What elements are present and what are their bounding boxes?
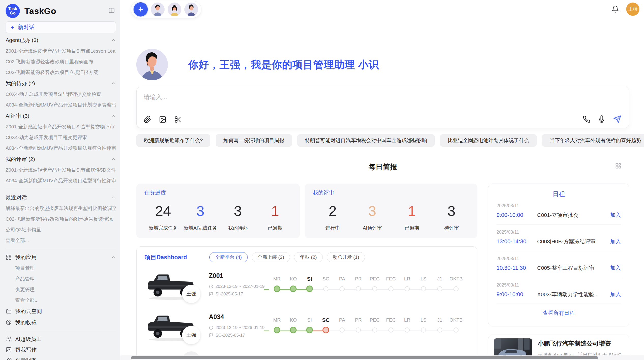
tool-help-me-write[interactable]: 帮我写作 [6, 344, 116, 355]
taskgo-logo: Task Go [6, 4, 20, 18]
recent-chat-item[interactable]: 公司Q3轻卡销量 [6, 224, 116, 235]
suggestion-chip[interactable]: 比亚迪全固态电池计划具体说了什么 [440, 134, 537, 147]
new-chat-label: 新对话 [18, 23, 35, 31]
milestone-dot [372, 286, 377, 291]
tool-label: 帮我写作 [15, 346, 37, 353]
project-dates: 2023-12-19 ~ 2027-01-19 [209, 284, 269, 289]
schedule-date: 2025/03/11 [496, 282, 621, 288]
topbar-right: 王强 [611, 3, 639, 16]
milestone-label: MR [269, 275, 285, 283]
tool-creative-drawing[interactable]: 创意制图 [6, 355, 116, 360]
milestone-track: MR KO SI SC PA PR PEC FEC LR LS J1 OKTB [269, 267, 464, 304]
view-all-schedule-link[interactable]: 查看所有日程 [496, 304, 621, 317]
sidebar-item[interactable]: A034-全新新能源MUV产品开发项目计划变更表编写 [6, 100, 116, 110]
card-title: 我的评审 [313, 189, 471, 196]
scrollbar-thumb[interactable] [131, 356, 598, 359]
sidebar-item[interactable]: Z001-全新燃油轻卡产品开发项目SI节点属性5D文件评审 [6, 165, 116, 175]
chevron-up-icon [111, 195, 116, 200]
project-dates: 2023-12-19 ~ 2026-01-19 [209, 325, 269, 330]
avatar[interactable] [168, 3, 181, 16]
recent-chat-item[interactable]: 解释最新出台的欧盟报废车法规再生塑料比例被调至15%... [6, 203, 116, 214]
join-link[interactable]: 加入 [610, 238, 621, 245]
project-row[interactable]: 王强 A034 2023-12-19 ~ 2026-01-19 SC-2025-… [137, 304, 477, 345]
avatar[interactable] [184, 3, 198, 16]
filter-new-platform[interactable]: 全新平台 (4) [209, 252, 248, 262]
suggestion-chip[interactable]: 欧洲新规最近颁布了什么? [136, 134, 210, 147]
sidebar-item[interactable]: C02-飞腾新能源轻客改款项目里程碑画布 [6, 56, 116, 67]
flag-icon [209, 292, 213, 296]
sidebar-item[interactable]: C02-飞腾新能源轻客改款项目立项汇报方案 [6, 67, 116, 78]
milestone-dot [274, 286, 280, 292]
section-header-my-todo[interactable]: 我的待办 (2) [6, 78, 116, 89]
project-row[interactable]: 王强 Z001 2023-12-19 ~ 2027-01-19 SI-2025-… [137, 262, 477, 304]
join-link[interactable]: 加入 [610, 212, 621, 219]
sidebar-item[interactable]: C0X4-动力总成开发项目SI里程碑提交物检查 [6, 89, 116, 100]
my-apps-row[interactable]: 我的应用 [6, 252, 116, 263]
chevron-up-icon [111, 255, 116, 260]
schedule-item: 2025/03/11 9:00-10:00 C001-立项审批会 加入 [496, 198, 621, 224]
filter-model-year[interactable]: 年型 (2) [294, 252, 323, 262]
feather-pen-icon [6, 357, 12, 360]
suggestion-chip[interactable]: 特朗普可能对进口汽车增税会对中国车企造成哪些影响 [297, 134, 435, 147]
my-favorites-row[interactable]: 我的收藏 [6, 317, 116, 328]
milestone-track: MR KO SI SC PA PR PEC FEC LR LS J1 OKTB [269, 309, 464, 345]
suggestion-chip[interactable]: 如何写一份清晰的项目周报 [216, 134, 292, 147]
milestone-dot [388, 327, 393, 333]
milestone-label: LR [399, 316, 415, 324]
milestone-dot [274, 327, 280, 333]
sidebar-item[interactable]: C0X4-动力总成开发项目工程变更评审 [6, 132, 116, 143]
filter-powertrain[interactable]: 动总开发 (1) [327, 252, 365, 262]
briefing-stats-row: 任务进度 24 新增完成任务 3 新增AI完成任务 3 我的待办 [136, 184, 477, 238]
section-header-agent-done[interactable]: Agent已办 (3) [6, 35, 116, 46]
recent-chat-item[interactable]: C02-飞腾新能源轻客改款项目的闭环通告反馈情况 [6, 214, 116, 224]
new-session-button[interactable] [134, 2, 148, 17]
user-avatar-badge[interactable]: 王强 [626, 3, 639, 16]
milestone-label-current: SC [318, 316, 334, 324]
greeting-block: 你好，王强，我是你的项目管理助理 小识 [136, 49, 379, 80]
app-item-product-mgmt[interactable]: 产品管理 [6, 274, 116, 284]
sidebar-item[interactable]: Z001-全新燃油皮卡产品开发项目SI节点Lesson Learn报告 [6, 46, 116, 56]
avatar[interactable] [151, 3, 165, 16]
join-link[interactable]: 加入 [610, 264, 621, 272]
apps-view-all[interactable]: 查看全部... [6, 295, 116, 306]
my-cloud-row[interactable]: 我的云空间 [6, 306, 116, 317]
image-upload-icon[interactable] [159, 116, 167, 123]
tool-ai-super-staff[interactable]: AI超级员工 [6, 334, 116, 344]
sidebar-item[interactable]: A034-全新新能源MUV产品开发项目法规符合性评审 [6, 143, 116, 154]
chevron-up-icon [111, 38, 116, 43]
attachment-icon[interactable] [144, 116, 151, 123]
join-link[interactable]: 加入 [610, 291, 621, 298]
schedule-name: C005-整车工程目标评审 [537, 264, 610, 272]
milestone-dot [356, 286, 361, 291]
suggestion-chip[interactable]: 当下年轻人对汽车外观有怎样的喜好趋势 [542, 134, 644, 147]
section-header-my-review[interactable]: 我的评审 (2) [6, 154, 116, 165]
milestone-dot [421, 327, 426, 333]
chevron-up-icon [111, 81, 116, 86]
layout-grid-icon[interactable] [615, 162, 622, 169]
sidebar-item[interactable]: A034-全新新能源MUV产品开发项目造型可行性评审 [6, 175, 116, 186]
section-header-ai-review[interactable]: AI评审 (3) [6, 110, 116, 122]
tool-label: AI超级员工 [15, 336, 42, 343]
microphone-icon[interactable] [598, 115, 606, 123]
section-header-recent-chats[interactable]: 最近对话 [6, 192, 116, 203]
my-cloud-label: 我的云空间 [15, 308, 42, 315]
scissors-icon[interactable] [174, 116, 182, 123]
recent-chats-view-all[interactable]: 查看全部... [6, 235, 116, 246]
chat-input[interactable] [144, 94, 621, 101]
new-chat-button[interactable]: + 新对话 [6, 21, 116, 33]
app-item-project-mgmt[interactable]: 项目管理 [6, 263, 116, 274]
schedule-item: 2025/03/11 13:00-14:30 C003|H0B-方案冻结评审 加… [496, 224, 621, 251]
milestone-dot [372, 327, 377, 333]
milestone-label: J1 [432, 316, 448, 324]
sidebar-item[interactable]: Z001-全新燃油轻卡产品开发项目SI造型提交物评审 [6, 122, 116, 132]
phone-call-icon[interactable] [583, 115, 590, 123]
app-item-change-mgmt[interactable]: 变更管理 [6, 284, 116, 295]
horizontal-scrollbar[interactable] [120, 355, 644, 360]
milestone-label: OKTB [448, 275, 464, 283]
notification-bell-icon[interactable] [611, 5, 619, 13]
sidebar-collapse-icon[interactable] [108, 7, 115, 14]
send-icon[interactable] [613, 115, 621, 123]
milestone-dot [323, 327, 329, 333]
filter-new-body[interactable]: 全新上装 (3) [252, 252, 290, 262]
schedule-item: 2025/03/11 10:30-11:30 C005-整车工程目标评审 加入 [496, 251, 621, 277]
